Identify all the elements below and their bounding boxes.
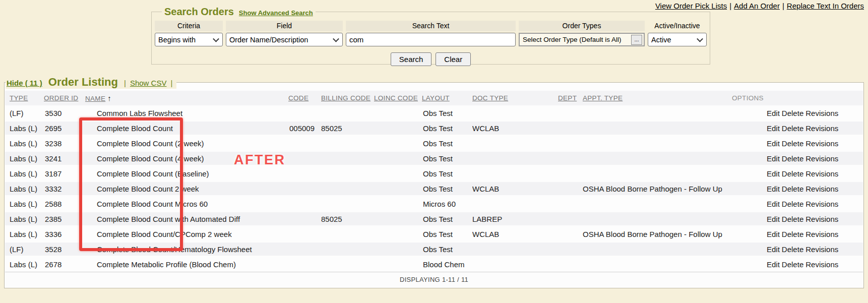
field-select[interactable]: Order Name/Description [226,33,343,46]
edit-link[interactable]: Edit [767,169,780,178]
cell-billing_code [321,105,374,120]
cell-name: Complete Blood Count (Baseline) [85,166,288,181]
revisions-link[interactable]: Revisions [805,185,838,193]
column-header-label[interactable]: LOINC CODE [374,94,418,102]
cell-name: Complete Blood Count with Automated Diff [85,211,288,226]
column-header-order_id[interactable]: ORDER ID [44,91,85,105]
cell-options: EditDeleteRevisions [732,105,863,120]
column-header-code[interactable]: CODE [288,91,321,105]
delete-link[interactable]: Delete [782,215,803,223]
revisions-link[interactable]: Revisions [805,154,838,163]
search-button[interactable]: Search [391,52,432,66]
column-header-billing_code[interactable]: BILLING CODE [321,91,374,105]
cell-type: Labs (L) [5,257,44,272]
column-header-dept[interactable]: DEPT [558,91,583,105]
revisions-link[interactable]: Revisions [805,124,838,133]
hide-listing-link[interactable]: Hide ( 11 ) [7,79,42,87]
cell-doc_type [472,105,558,120]
revisions-link[interactable]: Revisions [805,260,838,269]
cell-loinc_code [374,257,422,272]
show-csv-link[interactable]: Show CSV [130,79,167,87]
show-advanced-search-link[interactable]: Show Advanced Search [239,9,313,17]
cell-layout: Obs Test [422,120,472,136]
delete-link[interactable]: Delete [782,169,803,178]
cell-code [288,241,321,257]
delete-link[interactable]: Delete [782,124,803,133]
column-header-label[interactable]: DEPT [558,94,577,102]
delete-link[interactable]: Delete [782,245,803,254]
cell-appt_type [583,120,732,136]
column-header-label[interactable]: BILLING CODE [321,94,370,102]
field-select-wrap: Order Name/Description [226,33,343,46]
edit-link[interactable]: Edit [767,200,780,208]
cell-code [288,136,321,151]
edit-link[interactable]: Edit [767,109,780,117]
replace-text-in-orders-link[interactable]: Replace Text In Orders [787,2,864,10]
edit-link[interactable]: Edit [767,185,780,193]
cell-billing_code [321,136,374,151]
edit-link[interactable]: Edit [767,245,780,254]
edit-link[interactable]: Edit [767,230,780,238]
revisions-link[interactable]: Revisions [805,215,838,223]
revisions-link[interactable]: Revisions [805,139,838,148]
column-header-layout[interactable]: LAYOUT [422,91,472,105]
column-header-label[interactable]: LAYOUT [422,94,450,102]
cell-billing_code [321,196,374,211]
column-header-label[interactable]: DOC TYPE [472,94,508,102]
search-text-input[interactable] [346,33,516,46]
delete-link[interactable]: Delete [782,260,803,269]
edit-link[interactable]: Edit [767,215,780,223]
cell-type: Labs (L) [5,211,44,226]
cell-loinc_code [374,226,422,241]
cell-order_id: 2385 [44,211,85,226]
column-header-label[interactable]: ORDER ID [44,94,78,102]
cell-options: EditDeleteRevisions [732,196,863,211]
revisions-link[interactable]: Revisions [805,169,838,178]
cell-dept [558,196,583,211]
cell-loinc_code [374,181,422,196]
column-header-label[interactable]: TYPE [10,94,28,102]
column-header-doc_type[interactable]: DOC TYPE [472,91,558,105]
column-header-name[interactable]: NAME↑ [85,91,288,105]
edit-link[interactable]: Edit [767,124,780,133]
delete-link[interactable]: Delete [782,139,803,148]
column-header-appt_type[interactable]: APPT. TYPE [583,91,732,105]
cell-dept [558,105,583,120]
cell-options: EditDeleteRevisions [732,211,863,226]
search-form-headers: Criteria Field Search Text Order Types A… [155,21,707,31]
criteria-select[interactable]: Begins with [155,33,223,46]
add-an-order-link[interactable]: Add An Order [734,2,780,10]
delete-link[interactable]: Delete [782,109,803,117]
cell-appt_type [583,105,732,120]
cell-appt_type [583,241,732,257]
column-header-loinc_code[interactable]: LOINC CODE [374,91,422,105]
cell-name: Complete Metabolic Profile (Blood Chem) [85,257,288,272]
cell-layout: Obs Test [422,105,472,120]
edit-link[interactable]: Edit [767,154,780,163]
order-types-picker[interactable]: Select Order Type (Default is All) ... [519,33,645,46]
edit-link[interactable]: Edit [767,260,780,269]
column-header-label[interactable]: CODE [288,94,308,102]
delete-link[interactable]: Delete [782,200,803,208]
edit-link[interactable]: Edit [767,139,780,148]
column-header-type[interactable]: TYPE [5,91,44,105]
column-header-label[interactable]: NAME [85,95,105,102]
delete-link[interactable]: Delete [782,154,803,163]
revisions-link[interactable]: Revisions [805,200,838,208]
revisions-link[interactable]: Revisions [805,245,838,254]
order-listing-panel: Hide ( 11 ) Order Listing | Show CSV | T… [4,76,864,288]
revisions-link[interactable]: Revisions [805,109,838,117]
delete-link[interactable]: Delete [782,230,803,238]
cell-dept [558,136,583,151]
cell-doc_type [472,136,558,151]
cell-code: 005009 [288,120,321,136]
active-inactive-select[interactable]: Active [648,33,707,46]
search-text-wrap [346,33,516,46]
cell-appt_type [583,196,732,211]
revisions-link[interactable]: Revisions [805,230,838,238]
order-types-browse-button[interactable]: ... [631,35,642,45]
delete-link[interactable]: Delete [782,185,803,193]
column-header-label[interactable]: APPT. TYPE [583,94,623,102]
clear-button[interactable]: Clear [436,52,471,66]
cell-options: EditDeleteRevisions [732,241,863,257]
